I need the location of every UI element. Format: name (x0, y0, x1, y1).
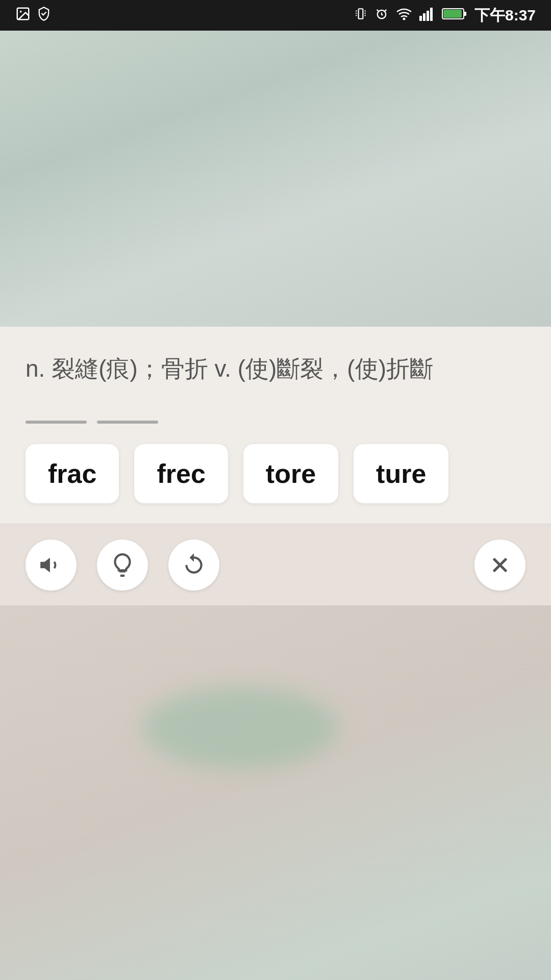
alarm-icon (374, 7, 389, 24)
svg-rect-21 (464, 12, 466, 16)
close-button[interactable] (474, 540, 525, 591)
svg-rect-18 (430, 8, 433, 21)
svg-rect-15 (419, 16, 422, 21)
svg-line-12 (377, 9, 379, 11)
control-bar (0, 524, 551, 605)
blank-line-2 (97, 421, 158, 424)
svg-point-14 (403, 17, 405, 20)
choice-frac[interactable]: frac (26, 444, 119, 503)
top-image-area (0, 31, 551, 327)
svg-rect-20 (443, 10, 462, 18)
wifi-icon (396, 7, 412, 24)
time-display: 下午8:37 (474, 5, 536, 26)
status-bar: 下午8:37 (0, 0, 551, 31)
sound-button[interactable] (26, 540, 77, 591)
bottom-green-blob (143, 687, 337, 769)
svg-marker-22 (40, 557, 50, 572)
choice-tore[interactable]: tore (243, 444, 338, 503)
answer-area: frac frec tore ture (0, 405, 551, 524)
shield-icon (37, 6, 51, 25)
vibrate-icon (354, 6, 367, 25)
svg-rect-16 (423, 13, 425, 21)
refresh-button[interactable] (168, 540, 219, 591)
choices-area: frac frec tore ture (26, 444, 525, 503)
definition-text: n. 裂縫(痕)；骨折 v. (使)斷裂，(使)折斷 (26, 352, 525, 385)
battery-icon (442, 7, 467, 24)
answer-blanks (26, 421, 525, 424)
svg-rect-2 (359, 9, 363, 19)
status-bar-right: 下午8:37 (354, 5, 536, 26)
choice-ture[interactable]: ture (354, 444, 448, 503)
svg-point-1 (20, 10, 22, 12)
status-bar-left (15, 6, 51, 25)
svg-rect-17 (427, 11, 429, 21)
blank-line-1 (26, 421, 87, 424)
svg-line-13 (385, 9, 387, 11)
signal-icon (419, 7, 435, 24)
choice-frec[interactable]: frec (134, 444, 228, 503)
bottom-area (0, 605, 551, 980)
definition-area: n. 裂縫(痕)；骨折 v. (使)斷裂，(使)折斷 (0, 327, 551, 405)
hint-button[interactable] (97, 540, 148, 591)
image-icon (15, 6, 31, 25)
